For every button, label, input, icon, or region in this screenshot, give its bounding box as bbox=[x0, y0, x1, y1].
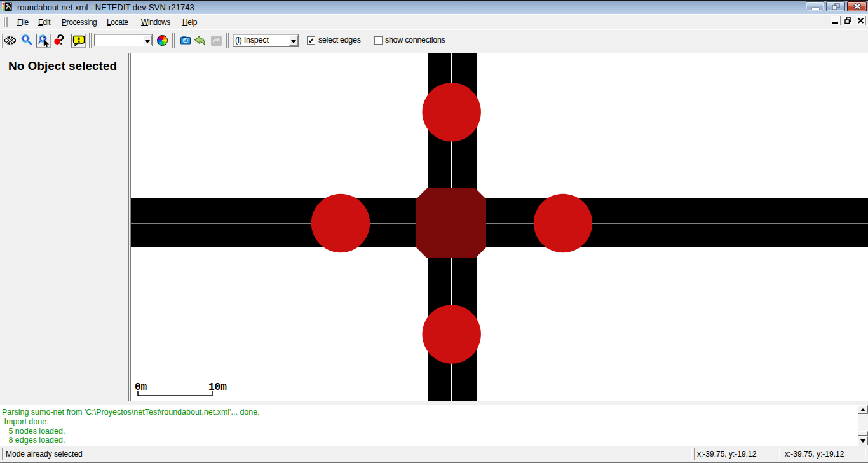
svg-text:0m: 0m bbox=[135, 382, 147, 393]
svg-text:10m: 10m bbox=[208, 382, 227, 393]
